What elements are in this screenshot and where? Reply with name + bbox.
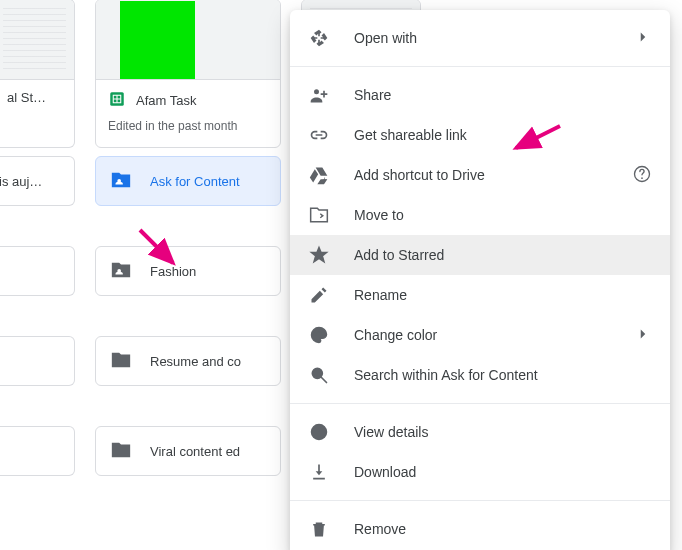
trash-icon bbox=[308, 518, 330, 540]
chevron-right-icon bbox=[634, 28, 652, 49]
menu-share[interactable]: Share bbox=[290, 75, 670, 115]
svg-point-13 bbox=[322, 333, 324, 335]
folder-label: Ask for Content bbox=[150, 174, 240, 189]
help-icon[interactable] bbox=[632, 164, 652, 187]
menu-label: Change color bbox=[354, 327, 437, 343]
svg-line-15 bbox=[322, 378, 327, 383]
open-with-icon bbox=[308, 27, 330, 49]
star-icon bbox=[308, 244, 330, 266]
folder-label: Resume and co bbox=[150, 354, 241, 369]
folder-card-ask-for-content[interactable]: Ask for Content bbox=[95, 156, 281, 206]
drive-shortcut-icon: + bbox=[308, 164, 330, 186]
svg-point-9 bbox=[641, 177, 643, 179]
link-icon bbox=[308, 124, 330, 146]
folder-card-partial[interactable] bbox=[0, 336, 75, 386]
menu-label: Move to bbox=[354, 207, 404, 223]
chevron-right-icon bbox=[634, 325, 652, 346]
menu-label: Search within Ask for Content bbox=[354, 367, 538, 383]
svg-point-11 bbox=[316, 330, 318, 332]
menu-divider bbox=[290, 403, 670, 404]
folder-card-viral[interactable]: Viral content ed bbox=[95, 426, 281, 476]
menu-label: Get shareable link bbox=[354, 127, 467, 143]
folder-card-resume[interactable]: Resume and co bbox=[95, 336, 281, 386]
menu-add-starred[interactable]: Add to Starred bbox=[290, 235, 670, 275]
menu-remove[interactable]: Remove bbox=[290, 509, 670, 549]
context-menu: Open with Share Get shareable link + Add… bbox=[290, 10, 670, 550]
menu-label: Remove bbox=[354, 521, 406, 537]
palette-icon bbox=[308, 324, 330, 346]
search-icon bbox=[308, 364, 330, 386]
menu-shortcut[interactable]: + Add shortcut to Drive bbox=[290, 155, 670, 195]
menu-label: Add to Starred bbox=[354, 247, 444, 263]
svg-point-6 bbox=[314, 89, 319, 94]
thumbnail bbox=[96, 0, 280, 80]
folder-shared-icon bbox=[110, 259, 132, 284]
file-card-afam[interactable]: Afam Task Edited in the past month bbox=[95, 0, 281, 148]
menu-rename[interactable]: Rename bbox=[290, 275, 670, 315]
svg-point-14 bbox=[312, 368, 322, 378]
folder-card-partial[interactable]: is auj… bbox=[0, 156, 75, 206]
folder-label: Viral content ed bbox=[150, 444, 240, 459]
file-title: al St… bbox=[7, 90, 46, 105]
info-icon bbox=[308, 421, 330, 443]
menu-divider bbox=[290, 66, 670, 67]
file-card-partial[interactable]: al St… bbox=[0, 0, 75, 148]
svg-point-10 bbox=[314, 333, 316, 335]
share-icon bbox=[308, 84, 330, 106]
menu-divider bbox=[290, 500, 670, 501]
rename-icon bbox=[308, 284, 330, 306]
menu-label: Rename bbox=[354, 287, 407, 303]
folder-card-fashion[interactable]: Fashion bbox=[95, 246, 281, 296]
menu-change-color[interactable]: Change color bbox=[290, 315, 670, 355]
svg-point-12 bbox=[320, 330, 322, 332]
file-title: Afam Task bbox=[136, 93, 196, 108]
sheets-icon bbox=[108, 90, 126, 111]
file-subtitle: Edited in the past month bbox=[108, 119, 268, 133]
folder-icon bbox=[110, 349, 132, 374]
folder-card-partial[interactable] bbox=[0, 246, 75, 296]
svg-point-18 bbox=[318, 428, 320, 430]
folder-shared-icon bbox=[110, 169, 132, 194]
folder-label: Fashion bbox=[150, 264, 196, 279]
folder-icon bbox=[110, 439, 132, 464]
menu-label: Share bbox=[354, 87, 391, 103]
folder-card-partial[interactable] bbox=[0, 426, 75, 476]
menu-label: Download bbox=[354, 464, 416, 480]
menu-get-link[interactable]: Get shareable link bbox=[290, 115, 670, 155]
download-icon bbox=[308, 461, 330, 483]
svg-text:+: + bbox=[322, 175, 327, 185]
move-to-icon bbox=[308, 204, 330, 226]
menu-label: Add shortcut to Drive bbox=[354, 167, 485, 183]
menu-label: Open with bbox=[354, 30, 417, 46]
menu-move-to[interactable]: Move to bbox=[290, 195, 670, 235]
thumbnail bbox=[0, 0, 74, 80]
menu-view-details[interactable]: View details bbox=[290, 412, 670, 452]
menu-download[interactable]: Download bbox=[290, 452, 670, 492]
folder-label: is auj… bbox=[0, 174, 42, 189]
menu-search-within[interactable]: Search within Ask for Content bbox=[290, 355, 670, 395]
menu-open-with[interactable]: Open with bbox=[290, 18, 670, 58]
menu-label: View details bbox=[354, 424, 428, 440]
